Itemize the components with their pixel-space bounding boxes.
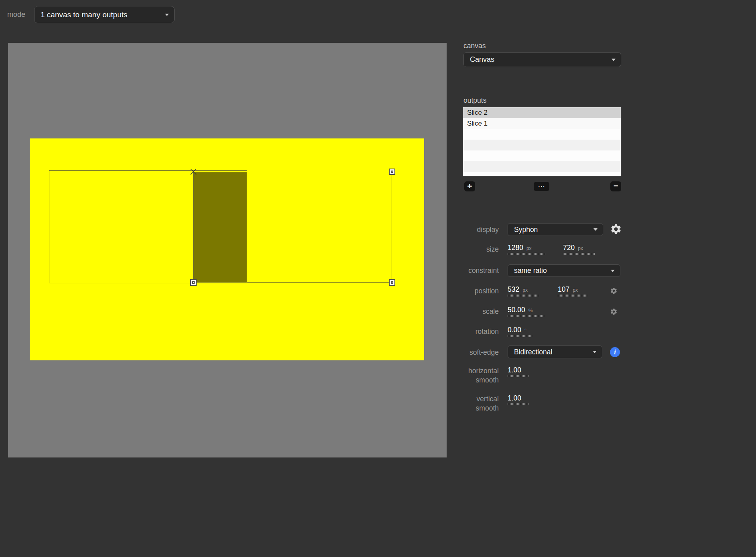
resize-handle-inner	[391, 171, 393, 173]
chevron-down-icon	[593, 228, 597, 231]
rotation-label: rotation	[425, 327, 499, 336]
scale-field[interactable]: 50.00 %	[508, 306, 544, 317]
display-dropdown[interactable]: Syphon	[508, 223, 603, 236]
constraint-dropdown-value: same ratio	[514, 266, 547, 275]
rotation-field[interactable]: 0.00 °	[508, 326, 532, 337]
constraint-label: constraint	[425, 266, 499, 275]
soft-edge-info-icon[interactable]: i	[610, 347, 620, 357]
size-height-field[interactable]: 720 px	[563, 244, 595, 255]
resize-handle-bottom-left[interactable]	[190, 279, 197, 286]
scrubber-ticks	[508, 253, 546, 255]
rotation-unit: °	[524, 328, 526, 333]
list-empty-row	[463, 150, 621, 161]
canvas-dropdown[interactable]: Canvas	[463, 52, 621, 67]
info-icon-glyph: i	[614, 349, 616, 356]
display-settings-gear-icon[interactable]	[610, 223, 622, 235]
scale-value: 50.00	[508, 306, 525, 314]
scrubber-ticks	[508, 295, 540, 297]
size-height-unit: px	[578, 246, 583, 251]
scrubber-ticks	[558, 295, 587, 297]
outputs-list[interactable]: Slice 2 Slice 1	[463, 107, 621, 176]
soft-edge-dropdown-value: Bidirectional	[514, 348, 552, 356]
list-item-slice2[interactable]: Slice 2	[463, 107, 621, 118]
mode-dropdown-value: 1 canvas to many outputs	[41, 10, 128, 19]
scale-unit: %	[528, 308, 533, 313]
rotation-value: 0.00	[508, 326, 521, 334]
outputs-section-label: outputs	[463, 96, 486, 105]
size-width-value: 1280	[508, 244, 523, 252]
display-label: display	[425, 225, 499, 234]
horizontal-smooth-value: 1.00	[508, 366, 521, 374]
size-height-value: 720	[563, 244, 575, 252]
position-settings-gear-icon[interactable]	[610, 287, 618, 295]
list-empty-row	[463, 129, 621, 140]
constraint-dropdown[interactable]: same ratio	[508, 264, 620, 277]
more-options-button[interactable]: ⋯	[534, 182, 549, 191]
display-dropdown-value: Syphon	[514, 226, 538, 234]
resize-handle-top-right[interactable]	[389, 169, 395, 175]
scrubber-ticks	[508, 315, 544, 317]
list-empty-row	[463, 140, 621, 150]
horizontal-smooth-label: horizontal smooth	[461, 366, 499, 385]
preview-area	[8, 43, 447, 457]
chevron-down-icon	[611, 270, 615, 272]
size-label: size	[425, 245, 499, 254]
slice-delete-handle-icon[interactable]	[190, 168, 197, 175]
remove-output-button[interactable]: −	[610, 181, 621, 191]
position-x-value: 532	[508, 285, 519, 294]
slice2-bounds[interactable]	[193, 172, 392, 283]
list-empty-row	[463, 161, 621, 172]
position-x-unit: px	[522, 287, 528, 293]
scale-settings-gear-icon[interactable]	[610, 308, 618, 315]
soft-edge-dropdown[interactable]: Bidirectional	[508, 346, 602, 358]
chevron-down-icon	[593, 351, 597, 353]
resize-handle-bottom-right[interactable]	[389, 279, 395, 286]
canvas-section-label: canvas	[463, 42, 486, 50]
position-y-value: 107	[558, 285, 569, 294]
vertical-smooth-value: 1.00	[508, 394, 521, 403]
position-x-field[interactable]: 532 px	[508, 285, 540, 297]
scrubber-ticks	[563, 253, 595, 255]
position-y-unit: px	[573, 287, 578, 293]
chevron-down-icon	[612, 59, 616, 61]
resize-handle-inner	[192, 281, 195, 284]
list-item-slice1[interactable]: Slice 1	[463, 118, 621, 129]
position-y-field[interactable]: 107 px	[558, 285, 587, 297]
scrubber-ticks	[508, 403, 528, 405]
vertical-smooth-label: vertical smooth	[461, 394, 499, 413]
vertical-smooth-field[interactable]: 1.00	[508, 394, 528, 405]
scrubber-ticks	[508, 335, 532, 337]
size-width-field[interactable]: 1280 px	[508, 244, 546, 255]
scale-label: scale	[425, 307, 499, 316]
mode-label: mode	[7, 10, 25, 19]
size-width-unit: px	[526, 246, 532, 251]
resize-handle-inner	[391, 281, 393, 284]
canvas-dropdown-value: Canvas	[470, 55, 494, 64]
soft-edge-label: soft-edge	[425, 348, 499, 357]
list-item-label: Slice 2	[467, 109, 488, 117]
chevron-down-icon	[165, 14, 169, 16]
position-label: position	[425, 287, 499, 295]
add-output-button[interactable]: +	[464, 181, 475, 191]
mode-dropdown[interactable]: 1 canvas to many outputs	[34, 6, 175, 23]
scrubber-ticks	[508, 375, 528, 377]
list-item-label: Slice 1	[467, 120, 488, 128]
horizontal-smooth-field[interactable]: 1.00	[508, 366, 528, 377]
